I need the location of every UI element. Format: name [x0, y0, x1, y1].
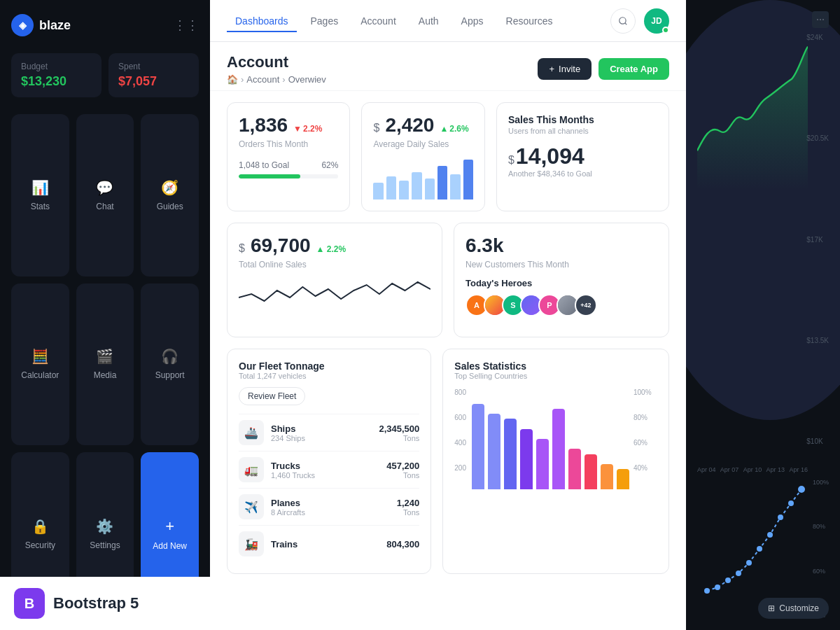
bar-5	[425, 178, 435, 200]
media-button[interactable]: 🎬 Media	[76, 284, 134, 446]
customize-button[interactable]: ⊞ Customize	[758, 598, 829, 619]
orders-change-arrow: ▼	[293, 124, 302, 134]
y-right-100: 100%	[634, 388, 657, 396]
media-icon: 🎬	[96, 348, 113, 365]
sales-month-sub: Users from all channels	[508, 127, 657, 135]
page-header-left: Account 🏠 › Account › Overwiev	[227, 53, 326, 85]
svg-point-2	[704, 588, 710, 594]
x-apr13: Apr 13	[766, 466, 785, 473]
trucks-unit: Tons	[386, 471, 419, 479]
support-button[interactable]: 🎧 Support	[141, 284, 199, 446]
nav-pages[interactable]: Pages	[302, 10, 347, 32]
right-panel: ⋯ $24K $20.5K $17K $13.5K $10K	[686, 0, 840, 630]
nav-resources[interactable]: Resources	[498, 10, 561, 32]
fleet-item-ships-info: Ships 234 Ships	[271, 424, 305, 442]
svg-point-4	[725, 578, 731, 583]
budget-row: Budget $13,230 Spent $7,057	[11, 53, 199, 97]
sales-bar-3	[504, 419, 517, 489]
budget-card: Budget $13,230	[11, 53, 102, 97]
svg-point-10	[788, 500, 794, 506]
heroes-section: Today's Heroes A S P	[465, 278, 657, 316]
trains-num: 804,300	[386, 539, 419, 550]
bar-1	[373, 183, 383, 200]
invite-label: Invite	[559, 64, 580, 74]
new-customers-number: 6.3k	[465, 234, 504, 257]
create-app-button[interactable]: Create App	[598, 58, 669, 80]
bottom-line-svg	[697, 479, 808, 605]
spent-label: Spent	[118, 62, 189, 71]
fleet-item-trains: 🚂 Trains 804,300	[239, 525, 419, 562]
y-right-80: 80%	[634, 414, 657, 421]
sales-bar-10	[617, 469, 629, 489]
guides-button[interactable]: 🧭 Guides	[141, 114, 199, 276]
nav-apps[interactable]: Apps	[453, 10, 492, 32]
bar-6	[438, 166, 447, 200]
sales-bar-6	[552, 409, 565, 489]
sidebar-menu-icon[interactable]: ⋮⋮	[174, 18, 199, 33]
user-avatar[interactable]: JD	[644, 8, 669, 34]
new-customers-label: New Customers This Month	[465, 260, 657, 270]
planes-value: 1,240 Tons	[397, 498, 420, 517]
security-icon: 🔒	[31, 518, 49, 535]
sales-bar-7	[568, 449, 581, 489]
review-fleet-button[interactable]: Review Fleet	[239, 387, 305, 405]
hero-avatar-more: +42	[575, 294, 597, 316]
x-apr10: Apr 10	[743, 466, 762, 473]
breadcrumb: 🏠 › Account › Overwiev	[227, 74, 326, 85]
y-label-800: 800	[454, 388, 466, 396]
stats-button[interactable]: 📊 Stats	[11, 114, 69, 276]
main-content: Dashboards Pages Account Auth Apps Resou…	[210, 0, 686, 630]
orders-label: Orders This Month	[239, 139, 338, 149]
top-nav: Dashboards Pages Account Auth Apps Resou…	[210, 0, 686, 42]
bar-3	[399, 181, 409, 200]
svg-point-5	[736, 570, 741, 576]
breadcrumb-overview: Overwiev	[288, 74, 326, 85]
chat-icon: 💬	[96, 179, 113, 196]
nav-dashboards[interactable]: Dashboards	[227, 10, 297, 32]
chart-options-icon[interactable]: ⋯	[812, 11, 829, 28]
y-17k: $17K	[806, 236, 829, 244]
stats-row-1: 1,836 ▼ 2.2% Orders This Month 1,048 to …	[227, 102, 669, 211]
daily-sales-chart	[373, 158, 472, 200]
fleet-sub: Total 1,247 vehicles	[239, 372, 419, 380]
planes-name: Planes	[271, 498, 305, 508]
guides-label: Guides	[157, 202, 183, 211]
page-header-row: Account 🏠 › Account › Overwiev + Invite …	[227, 53, 669, 85]
bar-4	[412, 172, 421, 200]
support-icon: 🎧	[161, 348, 178, 365]
calculator-button[interactable]: 🧮 Calculator	[11, 284, 69, 446]
planes-count: 8 Aircrafts	[271, 508, 305, 517]
customize-label: Customize	[779, 603, 819, 613]
daily-sales-number: 2,420	[385, 114, 434, 136]
search-button[interactable]	[610, 8, 636, 34]
planes-icon: ✈️	[239, 494, 264, 519]
heroes-title: Today's Heroes	[465, 278, 657, 288]
y-axis-right: 100% 80% 60% 40%	[629, 388, 657, 500]
fleet-title: Our Fleet Tonnage	[239, 360, 419, 372]
chat-button[interactable]: 💬 Chat	[76, 114, 134, 276]
total-online-change: ▲ 2.2%	[316, 244, 346, 254]
nav-auth[interactable]: Auth	[410, 10, 447, 32]
daily-sales-change: ▲ 2.6%	[440, 124, 468, 134]
sales-month-number: 14,094	[516, 144, 584, 169]
x-apr04: Apr 04	[697, 466, 716, 473]
sales-stats-card: Sales Statistics Top Selling Countries 8…	[442, 349, 669, 574]
total-online-card: $ 69,700 ▲ 2.2% Total Online Sales	[227, 223, 442, 337]
new-customers-card: 6.3k New Customers This Month Today's He…	[454, 223, 669, 337]
nav-account[interactable]: Account	[352, 10, 405, 32]
svg-point-0	[620, 17, 626, 23]
x-apr16: Apr 16	[789, 466, 808, 473]
stats-label: Stats	[31, 202, 50, 211]
y-20k: $20.5K	[806, 134, 829, 142]
svg-point-3	[715, 584, 720, 590]
trucks-icon: 🚛	[239, 457, 264, 482]
svg-point-8	[767, 532, 773, 538]
trains-name: Trains	[271, 539, 298, 550]
daily-sales-number-row: $ 2,420 ▲ 2.6%	[373, 114, 472, 136]
planes-num: 1,240	[397, 498, 420, 508]
orders-progress: 1,048 to Goal 62%	[239, 160, 338, 178]
sales-stats-title: Sales Statistics	[454, 360, 657, 372]
daily-change-value: 2.6%	[449, 124, 468, 134]
invite-button[interactable]: + Invite	[538, 58, 592, 80]
fleet-item-ships: 🚢 Ships 234 Ships 2,345,500 Tons	[239, 414, 419, 451]
